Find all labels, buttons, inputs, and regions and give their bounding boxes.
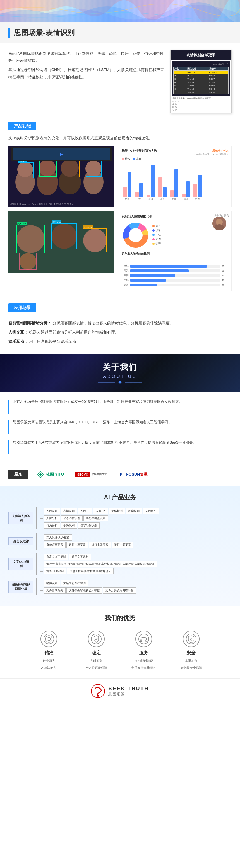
description-p2: 算法通过卷积神经网络（CNN）、长短期记忆网络（LSTM）、人脸关键点几何特征和… — [8, 66, 165, 80]
chart1-legend: 愤怒 高兴 — [122, 157, 229, 162]
avatar-svg — [212, 217, 226, 230]
application-badge: 应用场景 — [8, 304, 36, 312]
stable-icon — [91, 633, 102, 645]
hbar-fill-1 — [130, 265, 207, 268]
product-row-2: 身份反欺诈 实人认证/人身核验 身份证三要素 银行卡三要素 银行卡四要素 银行卡… — [8, 533, 232, 550]
advantage-item-3: 服务 7x24即时响应 售前支持在线服务 — [127, 630, 160, 670]
product-section: 支持实时分析识别表情的变化，并可以以数据形式直观呈现当前使用者的情绪变化。 — [0, 134, 240, 301]
hbar-label-3: 中性 — [122, 274, 129, 277]
advantage-icon-stable — [88, 630, 105, 647]
bar-angry-6 — [182, 194, 186, 197]
tag-face-db: 人脸版图 — [143, 508, 159, 514]
svg-text:中性 0.82: 中性 0.82 — [84, 226, 92, 228]
hbar-fill-4 — [130, 279, 166, 282]
demo-chart-2: 识别为: 高兴 识别出人脸情绪的比例 — [118, 211, 232, 291]
app-item-2: 人机交互： 机器人通过面部表情分析来判断用户的情绪和心理。 — [8, 328, 232, 336]
fosun-logo-icon: F — [118, 471, 125, 478]
sub-row-1-2: 人体分析 动态动作识别 手势关键点识别 — [39, 515, 159, 521]
tag-emotion-recog: 表情识别 — [61, 508, 77, 514]
advantage-desc1-1: 行业领先 — [43, 659, 55, 663]
hbar-val-2: 65 — [221, 270, 229, 272]
recognition-label: 识别结果 Recognition Result 帧率信息: 30hr 1.202… — [10, 203, 73, 206]
app-title-2: 人机交互： — [8, 330, 28, 334]
bar-happy-2 — [139, 183, 143, 197]
tag-object-recog: 物体识别 — [44, 580, 60, 586]
product-items-4: 物体识别 文场字符存在检测 文件自动分类 文件票据智能裁切片审核 文件分类切片训… — [39, 580, 136, 593]
hbar-fill-5 — [130, 284, 157, 286]
product-row-4: 图像检测智能识别分析 物体识别 文场字符存在检测 文件自动分类 文件票据智能裁切… — [8, 579, 232, 595]
product-items-1: 人脸识别 表情识别 人脸1:1 人脸1:N 活体检测 轮廓识别 人脸版图 人体分… — [39, 508, 159, 529]
company-info-1: 北京思图场景数据科技服务有限公司成立于2016年7月，由金融、科技行业专家和依图… — [8, 399, 232, 413]
sbcvc-text: SBCVC — [75, 472, 90, 477]
advantage-desc2-4: 金融级安全保障 — [181, 666, 202, 670]
tag-general-ocr: 通用文字识别 — [69, 554, 91, 560]
app-title-1: 智能营销顾客情绪分析： — [8, 321, 51, 325]
legend-sad-2: 悲伤 — [152, 238, 161, 241]
tag-face-recog: 人脸识别 — [44, 508, 60, 514]
bar-label-4: 高兴 — [160, 197, 165, 200]
legend-surprise-2: 惊讶 — [152, 242, 161, 246]
info-text-1: 北京思图场景数据科技服务有限公司成立于2016年7月，由金融、科技行业专家和依图… — [13, 399, 183, 405]
info-text-2: 思图场景发算法团队成员主要来自CMU、UIUC、USC、清华、上海交大等国际知名… — [13, 419, 172, 425]
bar-group-5: 悲伤 — [170, 163, 178, 200]
hbar-container: 愤怒 85 高兴 65 中性 — [122, 264, 229, 287]
h-connector-1-2 — [39, 518, 43, 519]
advantage-item-4: 安全 多重加密 金融级安全保障 — [175, 630, 208, 670]
tag-face-1-1: 人脸1:1 — [78, 508, 92, 514]
bar-label-2: 厌恶 — [137, 197, 141, 200]
svg-point-62 — [190, 639, 192, 640]
demo-image-people: 高兴 愤怒 高兴 中性 ▶ 识别结果 Recognition Result 帧率… — [8, 146, 114, 207]
demo-row-1: 高兴 愤怒 高兴 中性 ▶ 识别结果 Recognition Result 帧率… — [8, 146, 232, 207]
tag-id-3: 身份证三要素 — [44, 542, 65, 548]
hbar-row-3: 中性 50 — [122, 274, 229, 277]
shareholders-badge: 股东 — [8, 469, 28, 479]
tag-bill-review: 文件票据智能裁切片审核 — [66, 587, 102, 593]
bar-chart: 愤怒 厌恶 恐惧 — [122, 164, 229, 200]
logo-sbcvc: SBCVC 软银中国技术 — [75, 472, 107, 477]
tag-gesture-recog: 手势识别 — [61, 523, 77, 529]
hbar-val-5: 30 — [221, 284, 229, 286]
tag-bank-3: 银行卡三要素 — [66, 542, 88, 548]
advantage-icon-accurate — [41, 630, 57, 647]
fosun-text: FOSUN复星 — [126, 472, 148, 477]
hbar-label-1: 愤怒 — [122, 264, 129, 268]
hbar-track-1 — [130, 265, 220, 268]
info-text-3: 思图场景致力于以AI技术助力企业业务优化升级，目前已和300+行业客户开展合作，… — [13, 439, 196, 445]
bar-label-5: 悲伤 — [172, 197, 177, 200]
bar-happy-3 — [151, 165, 155, 197]
svg-rect-60 — [146, 640, 147, 642]
advantage-item-1: 精准 行业领先 AI算法能力 — [32, 630, 65, 670]
advantage-name-1: 精准 — [44, 650, 53, 656]
sub-row-1-3: 行为分析 手势识别 签字动作识别 — [39, 523, 159, 529]
bar-group-2: 厌恶 — [135, 163, 143, 200]
bar-angry-7 — [193, 184, 197, 197]
demo-image-faces: 高兴 0.89 愤怒 0.76 中性 0.82 — [8, 211, 114, 273]
advantage-desc2-2: 全方位运维保障 — [86, 666, 107, 670]
legend-happy-2: 高兴 — [152, 224, 161, 228]
svg-point-6 — [61, 159, 79, 177]
app-item-3: 娱乐互动： 用于用户视频平台娱乐互动 — [8, 337, 232, 345]
app-list: 智能营销顾客情绪分析： 分析顾客面部表情，解读出客人的情绪信息，分析顾客的体验满… — [8, 319, 232, 345]
tag-docs-ocr: 银行卡/营业执照/身份证/驾驶证/车牌/vh/电动车合格证/行驶证/车辆行驶/车… — [44, 561, 157, 567]
h-connector-4-2 — [39, 590, 43, 591]
svg-text:高兴 0.89: 高兴 0.89 — [17, 223, 26, 225]
legend-angry: 愤怒 — [122, 157, 130, 161]
app-text-1: 分析顾客面部表情，解读出客人的情绪信息，分析顾客的体验满意度。 — [52, 321, 174, 325]
about-subtitle-line — [8, 381, 232, 383]
bar-angry-3 — [146, 195, 151, 197]
company-info-section: 北京思图场景数据科技服务有限公司成立于2016年7月，由金融、科技行业专家和依图… — [0, 392, 240, 467]
advantage-icon-service — [135, 630, 152, 647]
target-icon — [43, 633, 54, 645]
description-p1: EmotiW 国际情感识别测试冠军算法。可识别愤怒、厌恶、恐惧、快乐、悲伤、惊讶… — [8, 50, 165, 64]
app-title-3: 娱乐互动： — [8, 339, 28, 344]
hbar-track-3 — [130, 274, 220, 277]
about-title-cn: 关于我们 — [8, 362, 232, 373]
product-items-3: 自定义文字识别 通用文字识别 银行卡/营业执照/身份证/驾驶证/车牌/vh/电动… — [39, 554, 157, 574]
bar-angry-1 — [123, 187, 127, 197]
app-text-3: 用于用户视频平台娱乐互动 — [29, 339, 76, 344]
tag-signature: 签字动作识别 — [78, 523, 100, 529]
logo-yitu: 依图 YITU — [36, 470, 64, 479]
bar-group-6: 惊讶 — [182, 163, 190, 200]
donut-svg — [122, 221, 150, 249]
ai-products-section: AI 产品业务 人脸与人体识别 人脸识别 表情识别 人脸1:1 人脸1:N 活体… — [0, 486, 240, 606]
